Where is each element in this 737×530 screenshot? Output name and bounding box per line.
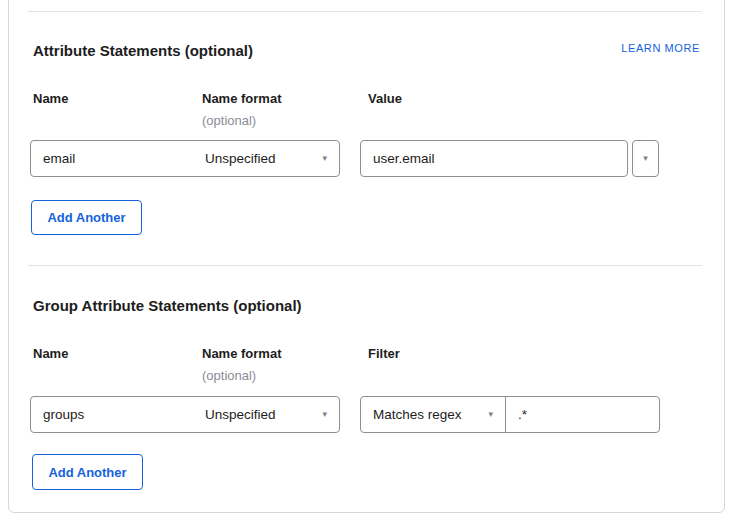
column-header-name-format-note: (optional) — [202, 368, 256, 383]
group-attribute-filter-type-value: Matches regex — [373, 407, 462, 422]
attribute-name-input[interactable] — [31, 141, 193, 176]
add-another-attribute-button[interactable]: Add Another — [31, 200, 142, 235]
group-attribute-name-input[interactable] — [31, 397, 193, 432]
attribute-row: Unspecified ▾ — [30, 140, 340, 177]
column-header-name: Name — [33, 346, 68, 361]
group-attribute-name-format-select[interactable]: Unspecified ▾ — [193, 397, 339, 432]
attribute-value-input[interactable] — [360, 140, 628, 177]
column-header-filter: Filter — [368, 346, 400, 361]
group-attribute-row: Unspecified ▾ — [30, 396, 340, 433]
section-divider — [28, 265, 702, 266]
chevron-down-icon: ▾ — [322, 410, 327, 419]
column-header-name-format-note: (optional) — [202, 113, 256, 128]
group-attribute-filter-value-input[interactable] — [506, 397, 659, 432]
group-attribute-statements-title: Group Attribute Statements (optional) — [33, 297, 302, 314]
saml-settings-card — [8, 0, 725, 513]
learn-more-link[interactable]: LEARN MORE — [621, 42, 700, 54]
group-attribute-name-format-value: Unspecified — [205, 407, 276, 422]
chevron-down-icon: ▾ — [488, 410, 493, 419]
chevron-down-icon: ▾ — [322, 154, 327, 163]
column-header-value: Value — [368, 91, 402, 106]
section-divider — [28, 11, 702, 12]
attribute-statements-title: Attribute Statements (optional) — [33, 42, 253, 59]
column-header-name-format: Name format — [202, 91, 281, 106]
attribute-name-format-select[interactable]: Unspecified ▾ — [193, 141, 339, 176]
attribute-name-format-value: Unspecified — [205, 151, 276, 166]
chevron-down-icon: ▾ — [643, 154, 648, 163]
add-another-group-attribute-button[interactable]: Add Another — [32, 454, 143, 490]
column-header-name: Name — [33, 91, 68, 106]
attribute-value-dropdown-button[interactable]: ▾ — [632, 140, 659, 177]
group-attribute-filter-group: Matches regex ▾ — [360, 396, 660, 433]
group-attribute-filter-type-select[interactable]: Matches regex ▾ — [361, 397, 506, 432]
column-header-name-format: Name format — [202, 346, 281, 361]
